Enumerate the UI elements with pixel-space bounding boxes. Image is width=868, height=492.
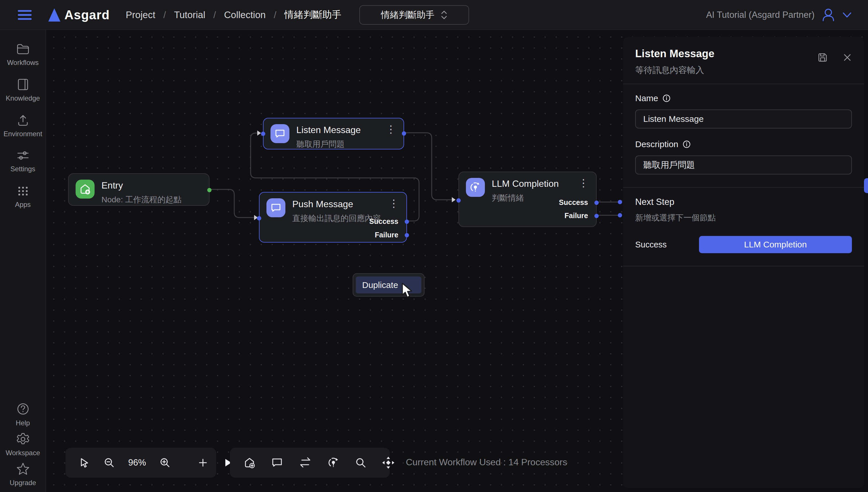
sidebar-item-label: Workflows [7, 58, 39, 67]
llm-input-port[interactable] [456, 198, 461, 203]
node-llm-completion[interactable]: LLM Completion 判斷情緒 ⋮ Success Failure [458, 172, 597, 227]
push-failure-port[interactable] [405, 233, 409, 237]
success-branch-label: Success [635, 240, 667, 249]
zoom-in-button[interactable] [159, 457, 171, 468]
zoom-out-icon [103, 457, 115, 468]
breadcrumb-separator: / [213, 9, 216, 20]
panel-header: Listen Message 等待訊息內容輸入 [623, 37, 864, 83]
breadcrumb: Project / Tutorial / Collection / 情緒判斷助手 [126, 8, 342, 21]
folder-icon [16, 43, 30, 55]
cursor-icon [79, 457, 90, 468]
panel-divider [623, 266, 864, 266]
workflow-selector-label: 情緒判斷助手 [381, 9, 435, 21]
zoom-out-button[interactable] [103, 457, 115, 468]
sidebar-item-workspace[interactable]: Workspace [0, 432, 46, 457]
sidebar-item-label: Environment [3, 130, 42, 138]
workflow-selector-dropdown[interactable]: 情緒判斷助手 [359, 5, 469, 25]
sidebar-item-knowledge[interactable]: Knowledge [0, 78, 46, 102]
sidebar-item-label: Settings [10, 165, 35, 173]
sidebar-item-settings[interactable]: Settings [0, 149, 46, 173]
star-icon [16, 462, 30, 475]
help-icon [16, 402, 30, 416]
chat-bubble-icon [271, 457, 283, 469]
name-input[interactable] [635, 109, 852, 128]
next-step-target-button[interactable]: LLM Completion [699, 236, 852, 253]
breadcrumb-separator: / [163, 9, 166, 20]
breadcrumb-project[interactable]: Project [126, 9, 155, 20]
llm-success-port[interactable] [594, 201, 599, 205]
sidebar-item-upgrade[interactable]: Upgrade [0, 462, 46, 487]
entry-output-port[interactable] [207, 188, 212, 192]
account-menu[interactable]: AI Tutorial (Asgard Partner) [706, 7, 852, 23]
sidebar-item-environment[interactable]: Environment [0, 114, 46, 138]
next-step-subtitle: 新增或選擇下一個節點 [635, 212, 852, 223]
node-menu-icon[interactable]: ⋮ [389, 198, 399, 208]
info-icon[interactable] [682, 140, 691, 149]
entry-node-icon [76, 180, 95, 199]
move-icon [382, 456, 395, 469]
book-icon [16, 78, 30, 91]
output-label-failure: Failure [565, 212, 588, 220]
listen-message-node-icon [270, 124, 290, 143]
panel-subtitle: 等待訊息內容輸入 [635, 65, 852, 76]
offscreen-node-edge[interactable] [864, 178, 868, 193]
node-detail-panel: Listen Message 等待訊息內容輸入 Name Description [623, 37, 864, 488]
output-label-success: Success [369, 217, 398, 226]
move-tool[interactable] [382, 456, 395, 469]
search-icon [355, 457, 367, 469]
sliders-icon [16, 149, 30, 162]
sidebar-item-label: Apps [15, 201, 31, 208]
swap-arrows-icon [298, 457, 312, 469]
node-title: Listen Message [296, 125, 361, 136]
message-node-tool[interactable] [271, 457, 283, 469]
apps-grid-icon [17, 184, 29, 197]
brand-name: Asgard [65, 8, 110, 22]
push-input-port[interactable] [257, 216, 261, 220]
asgard-logo-icon [48, 8, 60, 22]
node-push-message[interactable]: Push Message 直接輸出訊息的回應內容 ⋮ Success Failu… [259, 192, 407, 243]
node-subtitle: 聽取用戶問題 [296, 139, 361, 150]
listen-input-port[interactable] [261, 132, 265, 136]
llm-failure-port[interactable] [594, 214, 599, 218]
node-title: LLM Completion [492, 178, 559, 189]
node-title: Push Message [292, 199, 381, 210]
switch-node-tool[interactable] [298, 457, 312, 469]
menu-icon[interactable] [18, 10, 32, 20]
node-listen-message[interactable]: Listen Message 聽取用戶問題 ⋮ [263, 118, 404, 149]
panel-general-section: Name Description [623, 84, 864, 187]
search-tool[interactable] [355, 457, 367, 469]
node-entry[interactable]: Entry Node: 工作流程的起點 [68, 173, 209, 206]
add-node-button[interactable] [197, 457, 209, 468]
plus-icon [197, 457, 209, 468]
gear-icon [16, 432, 30, 445]
breadcrumb-workflow[interactable]: 情緒判斷助手 [284, 8, 342, 21]
node-menu-icon[interactable]: ⋮ [386, 124, 396, 134]
sidebar-item-label: Workspace [6, 449, 40, 457]
user-avatar-icon[interactable] [820, 7, 836, 23]
sidebar-item-apps[interactable]: Apps [0, 184, 46, 208]
listen-output-port[interactable] [402, 131, 406, 136]
selector-updown-icon [441, 10, 447, 20]
description-input[interactable] [635, 155, 852, 174]
close-icon[interactable] [842, 52, 852, 63]
node-menu-icon[interactable]: ⋮ [578, 178, 589, 188]
panel-next-step-section: Next Step 新增或選擇下一個節點 Success LLM Complet… [623, 188, 864, 266]
select-cursor-button[interactable] [79, 457, 90, 468]
breadcrumb-tutorial[interactable]: Tutorial [174, 9, 205, 20]
sidebar-item-help[interactable]: Help [0, 402, 46, 427]
breadcrumb-collection[interactable]: Collection [224, 9, 266, 20]
left-sidebar: Workflows Knowledge Environment Settings [0, 30, 46, 492]
chevron-down-icon[interactable] [842, 11, 852, 18]
info-icon[interactable] [662, 94, 671, 103]
llm-icon [327, 457, 340, 469]
sidebar-item-label: Knowledge [6, 94, 40, 102]
output-label-success: Success [559, 198, 588, 206]
entry-node-tool[interactable] [243, 457, 256, 469]
zoom-in-icon [159, 457, 171, 468]
llm-completion-node-icon [466, 178, 485, 197]
sidebar-item-workflows[interactable]: Workflows [0, 43, 46, 67]
save-icon[interactable] [817, 52, 828, 63]
upload-icon [16, 114, 30, 126]
llm-node-tool[interactable] [327, 457, 340, 469]
push-success-port[interactable] [405, 220, 409, 224]
